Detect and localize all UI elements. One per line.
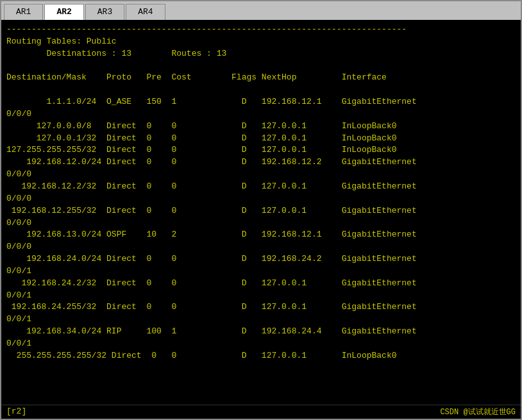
tab-bar: AR1 AR2 AR3 AR4 (1, 1, 521, 20)
tab-ar3[interactable]: AR3 (85, 4, 124, 20)
tab-ar2[interactable]: AR2 (44, 4, 83, 20)
terminal-output: ----------------------------------------… (1, 20, 521, 405)
watermark-label: CSDN @试试就近世GG (440, 407, 516, 417)
tab-ar4[interactable]: AR4 (126, 4, 165, 20)
prompt-label: [r2] (6, 407, 26, 417)
terminal-text: ----------------------------------------… (6, 24, 516, 362)
bottom-bar: [r2] CSDN @试试就近世GG (1, 405, 521, 419)
main-window: AR1 AR2 AR3 AR4 ------------------------… (0, 0, 522, 420)
tab-ar1[interactable]: AR1 (4, 4, 43, 20)
